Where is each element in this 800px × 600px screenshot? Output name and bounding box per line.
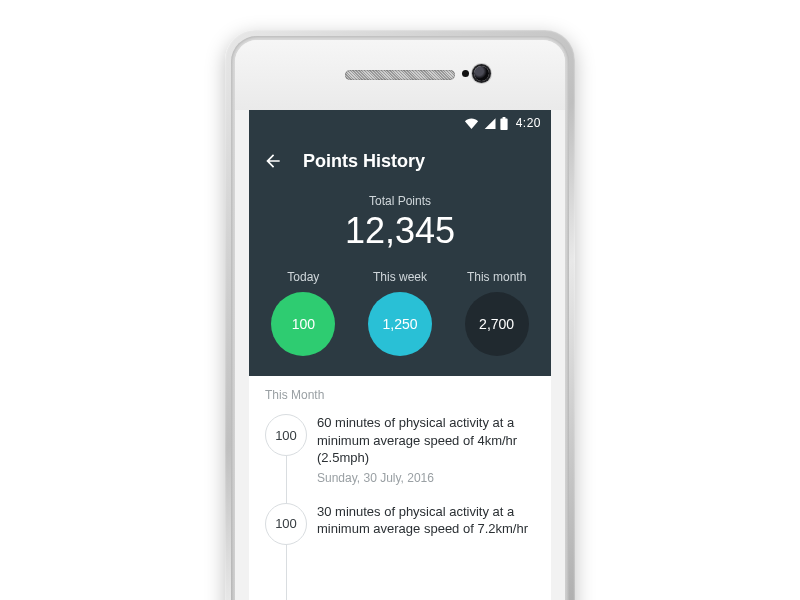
- list-item[interactable]: 100 30 minutes of physical activity at a…: [317, 503, 535, 560]
- wifi-icon: [464, 117, 479, 129]
- stat-caption: This month: [467, 270, 526, 284]
- total-label: Total Points: [249, 194, 551, 208]
- activity-text: 30 minutes of physical activity at a min…: [317, 503, 535, 538]
- stat-today[interactable]: Today 100: [271, 270, 335, 356]
- phone-camera: [474, 66, 489, 81]
- stat-caption: Today: [287, 270, 319, 284]
- list-item[interactable]: 100 60 minutes of physical activity at a…: [317, 414, 535, 503]
- stat-this-month[interactable]: This month 2,700: [465, 270, 529, 356]
- stat-value-circle: 1,250: [368, 292, 432, 356]
- points-badge: 100: [265, 503, 307, 545]
- battery-icon: [500, 117, 508, 130]
- stat-this-week[interactable]: This week 1,250: [368, 270, 432, 356]
- status-bar: 4:20: [249, 110, 551, 136]
- stat-value-circle: 100: [271, 292, 335, 356]
- phone-frame: 4:20 Points History Total Points 12,345 …: [225, 30, 575, 600]
- section-caption: This Month: [265, 388, 535, 402]
- activity-date: Sunday, 30 July, 2016: [317, 471, 535, 485]
- points-badge: 100: [265, 414, 307, 456]
- total-points-block: Total Points 12,345: [249, 186, 551, 256]
- stats-row: Today 100 This week 1,250 This month 2,7…: [249, 256, 551, 376]
- status-bar-time: 4:20: [516, 116, 541, 130]
- phone-top-bezel: [235, 40, 565, 110]
- history-panel: This Month 100 60 minutes of physical ac…: [249, 376, 551, 600]
- page-title: Points History: [303, 151, 425, 172]
- timeline[interactable]: 100 60 minutes of physical activity at a…: [265, 414, 535, 560]
- app-bar: Points History: [249, 136, 551, 186]
- stat-caption: This week: [373, 270, 427, 284]
- phone-speaker: [345, 70, 455, 80]
- signal-icon: [483, 117, 496, 129]
- back-icon[interactable]: [263, 151, 283, 171]
- activity-text: 60 minutes of physical activity at a min…: [317, 414, 535, 467]
- phone-sensor: [462, 70, 469, 77]
- total-value: 12,345: [249, 210, 551, 252]
- app-screen: 4:20 Points History Total Points 12,345 …: [249, 110, 551, 600]
- stat-value-circle: 2,700: [465, 292, 529, 356]
